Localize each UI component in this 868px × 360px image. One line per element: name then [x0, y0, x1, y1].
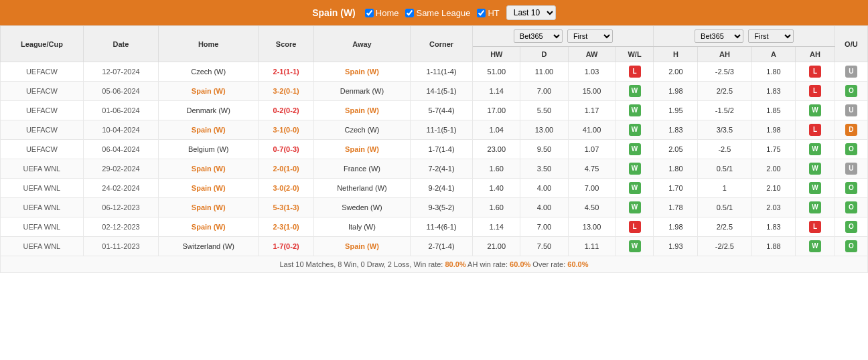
cell-league: UEFA WNL	[1, 179, 84, 198]
cell-score: 0-2(0-2)	[259, 101, 314, 120]
col-group-bet365-2: Bet3651xBetPinnacle FirstSecondFull	[654, 26, 835, 47]
cell-a: 2.10	[751, 179, 796, 198]
table-row: UEFACW 05-06-2024 Spain (W) 3-2(0-1) Den…	[1, 82, 868, 101]
cell-aw: 41.00	[568, 120, 616, 140]
cell-wl: W	[616, 120, 654, 140]
cell-date: 05-06-2024	[83, 82, 158, 101]
cell-ou: U	[835, 159, 867, 179]
cell-d: 4.00	[520, 179, 568, 198]
cell-ah: 2/2.5	[698, 217, 751, 237]
cell-ah2: L	[796, 120, 835, 140]
cell-hw: 21.00	[473, 237, 520, 256]
col-aw: AW	[568, 47, 616, 62]
same-league-checkbox[interactable]	[405, 9, 414, 17]
cell-corner: 2-7(1-4)	[410, 237, 472, 256]
cell-league: UEFACW	[1, 82, 84, 101]
cell-corner: 11-4(6-1)	[410, 217, 472, 237]
cell-wl: W	[616, 140, 654, 159]
table-row: UEFACW 01-06-2024 Denmark (W) 0-2(0-2) S…	[1, 101, 868, 120]
cell-away: Czech (W)	[314, 120, 411, 140]
home-checkbox-label[interactable]: Home	[365, 8, 399, 18]
ht-checkbox-label[interactable]: HT	[477, 8, 499, 18]
cell-ah: -2/2.5	[698, 237, 751, 256]
cell-corner: 5-7(4-4)	[410, 101, 472, 120]
table-row: UEFACW 10-04-2024 Spain (W) 3-1(0-0) Cze…	[1, 120, 868, 140]
cell-home: Belgium (W)	[159, 140, 259, 159]
col-date: Date	[83, 26, 158, 62]
footer-row: Last 10 Matches, 8 Win, 0 Draw, 2 Loss, …	[1, 256, 868, 273]
cell-away: France (W)	[314, 159, 411, 179]
cell-home: Spain (W)	[159, 82, 259, 101]
home-checkbox[interactable]	[365, 9, 374, 17]
cell-date: 24-02-2024	[83, 179, 158, 198]
col-ou: O/U	[835, 26, 867, 62]
ht-checkbox[interactable]	[477, 9, 486, 17]
cell-wl: L	[616, 62, 654, 82]
cell-corner: 1-7(1-4)	[410, 140, 472, 159]
cell-wl: W	[616, 179, 654, 198]
cell-ah2: L	[796, 217, 835, 237]
col-wl: W/L	[616, 47, 654, 62]
cell-league: UEFA WNL	[1, 198, 84, 217]
cell-corner: 14-1(5-1)	[410, 82, 472, 101]
cell-wl: W	[616, 101, 654, 120]
cell-ou: O	[835, 237, 867, 256]
cell-home: Denmark (W)	[159, 101, 259, 120]
cell-score: 5-3(1-3)	[259, 198, 314, 217]
table-row: UEFA WNL 29-02-2024 Spain (W) 2-0(1-0) F…	[1, 159, 868, 179]
table-row: UEFA WNL 24-02-2024 Spain (W) 3-0(2-0) N…	[1, 179, 868, 198]
cell-a: 2.03	[751, 198, 796, 217]
cell-score: 0-7(0-3)	[259, 140, 314, 159]
cell-aw: 1.07	[568, 140, 616, 159]
cell-home: Switzerland (W)	[159, 237, 259, 256]
header: Spain (W) Home Same League HT Last 5 Las…	[0, 0, 868, 25]
col-away: Away	[314, 26, 411, 62]
book2-select[interactable]: Bet3651xBetPinnacle	[695, 29, 743, 43]
cell-league: UEFACW	[1, 120, 84, 140]
cell-date: 29-02-2024	[83, 159, 158, 179]
cell-aw: 7.00	[568, 179, 616, 198]
cell-away: Denmark (W)	[314, 82, 411, 101]
cell-d: 3.50	[520, 159, 568, 179]
period2-select[interactable]: FirstSecondFull	[748, 29, 794, 43]
same-league-checkbox-label[interactable]: Same League	[405, 8, 470, 18]
cell-a: 1.75	[751, 140, 796, 159]
cell-score: 1-7(0-2)	[259, 237, 314, 256]
cell-home: Czech (W)	[159, 62, 259, 82]
cell-d: 5.50	[520, 101, 568, 120]
cell-away: Spain (W)	[314, 62, 411, 82]
cell-date: 06-12-2023	[83, 198, 158, 217]
cell-wl: W	[616, 159, 654, 179]
col-score: Score	[259, 26, 314, 62]
cell-ou: O	[835, 140, 867, 159]
period1-select[interactable]: FirstSecondFull	[567, 29, 613, 43]
cell-ou: O	[835, 198, 867, 217]
cell-corner: 9-3(5-2)	[410, 198, 472, 217]
cell-d: 11.00	[520, 62, 568, 82]
cell-away: Spain (W)	[314, 140, 411, 159]
cell-league: UEFACW	[1, 140, 84, 159]
last-select[interactable]: Last 5 Last 10 Last 20 All	[506, 5, 556, 20]
footer-text: Last 10 Matches, 8 Win, 0 Draw, 2 Loss, …	[1, 256, 868, 273]
cell-a: 1.85	[751, 101, 796, 120]
cell-a: 1.80	[751, 62, 796, 82]
cell-ou: D	[835, 120, 867, 140]
col-a: A	[751, 47, 796, 62]
cell-ah: -2.5/3	[698, 62, 751, 82]
cell-hw: 1.40	[473, 179, 520, 198]
cell-h: 1.70	[654, 179, 698, 198]
cell-aw: 15.00	[568, 82, 616, 101]
cell-ah2: W	[796, 140, 835, 159]
cell-ah: -2.5	[698, 140, 751, 159]
cell-away: Netherland (W)	[314, 179, 411, 198]
cell-d: 7.00	[520, 82, 568, 101]
cell-league: UEFA WNL	[1, 217, 84, 237]
cell-h: 1.80	[654, 159, 698, 179]
cell-hw: 1.14	[473, 217, 520, 237]
cell-aw: 1.03	[568, 62, 616, 82]
cell-league: UEFA WNL	[1, 237, 84, 256]
cell-wl: W	[616, 82, 654, 101]
book1-select[interactable]: Bet3651xBetPinnacle	[514, 29, 563, 43]
cell-away: Italy (W)	[314, 217, 411, 237]
cell-ah: 0.5/1	[698, 159, 751, 179]
